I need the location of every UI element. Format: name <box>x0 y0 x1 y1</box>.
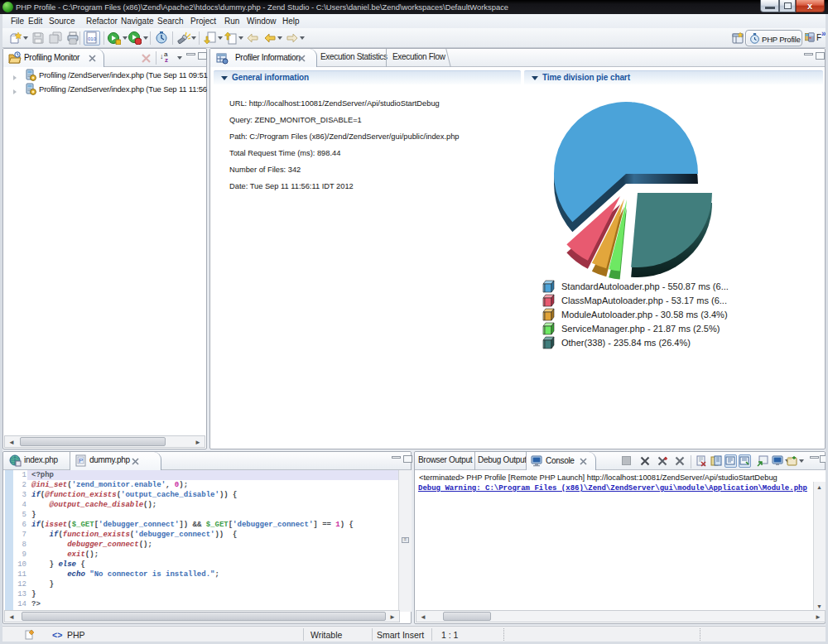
svg-text:010: 010 <box>88 36 97 41</box>
svg-text:P: P <box>79 457 83 464</box>
